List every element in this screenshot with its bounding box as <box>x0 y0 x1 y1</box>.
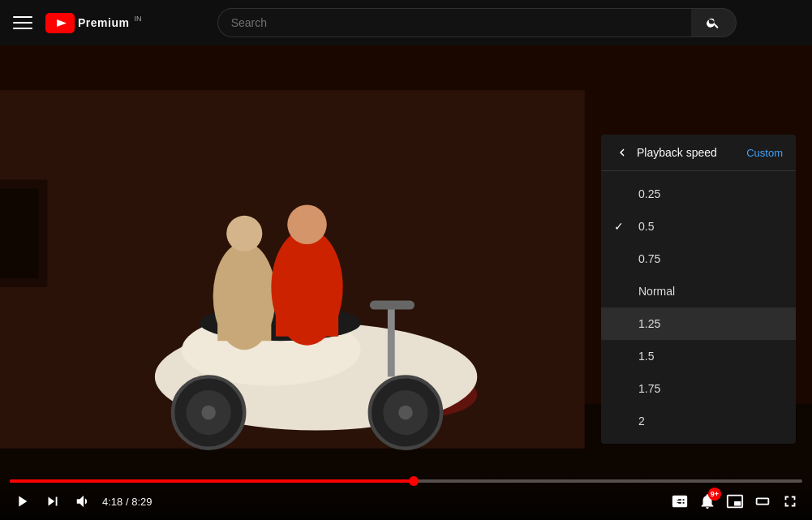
theater-icon <box>754 492 771 510</box>
progress-dot <box>409 476 419 486</box>
speed-item-15[interactable]: 1.5 <box>601 340 796 372</box>
video-container[interactable]: Playback speed Custom 0.25✓0.50.75Normal… <box>0 45 812 520</box>
total-time: 8:29 <box>131 496 152 508</box>
search-container <box>217 8 737 37</box>
progress-filled <box>10 479 414 483</box>
speed-item-125[interactable]: 1.25 <box>601 307 796 340</box>
notifications-wrapper: 9+ <box>695 489 720 514</box>
svg-rect-6 <box>0 189 38 278</box>
speed-item-025[interactable]: 0.25 <box>601 178 796 210</box>
back-arrow-icon <box>615 145 629 160</box>
speed-item-075[interactable]: 0.75 <box>601 243 796 275</box>
right-controls: 9+ <box>668 489 802 514</box>
logo-area[interactable]: Premium IN <box>45 13 141 33</box>
volume-icon <box>75 492 92 510</box>
playback-speed-panel: Playback speed Custom 0.25✓0.50.75Normal… <box>601 135 796 444</box>
progress-bar[interactable] <box>10 479 802 483</box>
premium-label: Premium <box>78 16 129 29</box>
svg-rect-24 <box>388 305 395 376</box>
volume-button[interactable] <box>71 489 96 514</box>
time-display: 4:18 / 8:29 <box>102 496 152 508</box>
speed-item-2[interactable]: 2 <box>601 405 796 437</box>
speed-list: 0.25✓0.50.75Normal1.251.51.752 <box>601 171 796 444</box>
next-button[interactable] <box>41 489 65 514</box>
miniplayer-icon <box>726 492 744 510</box>
speed-label: 2 <box>638 415 645 428</box>
svg-rect-20 <box>217 269 271 341</box>
controls-row: 4:18 / 8:29 9+ <box>10 489 802 514</box>
speed-label: 0.75 <box>638 252 660 265</box>
speed-label: 0.5 <box>638 220 654 233</box>
subtitles-icon <box>671 492 689 510</box>
play-icon <box>13 492 31 510</box>
speed-item-175[interactable]: 1.75 <box>601 372 796 405</box>
fullscreen-button[interactable] <box>778 489 802 514</box>
panel-header: Playback speed Custom <box>601 135 796 171</box>
speed-label: Normal <box>638 285 675 298</box>
check-icon: ✓ <box>614 220 629 233</box>
custom-link[interactable]: Custom <box>746 147 783 159</box>
svg-point-13 <box>201 406 216 420</box>
svg-point-16 <box>398 406 413 420</box>
fullscreen-icon <box>781 492 799 510</box>
speed-item-normal[interactable]: Normal <box>601 275 796 307</box>
speed-label: 1.75 <box>638 382 660 395</box>
svg-point-22 <box>287 204 327 244</box>
svg-rect-23 <box>276 260 338 337</box>
current-time: 4:18 <box>102 496 122 508</box>
panel-title: Playback speed <box>637 146 740 159</box>
top-nav: Premium IN <box>0 0 812 45</box>
hamburger-menu[interactable] <box>13 13 32 32</box>
search-input[interactable] <box>217 8 691 37</box>
time-sep: / <box>122 496 131 508</box>
play-button[interactable] <box>10 489 34 514</box>
back-button[interactable] <box>614 144 630 161</box>
video-controls: 4:18 / 8:29 9+ <box>0 473 812 520</box>
subtitles-button[interactable] <box>668 489 692 514</box>
notification-badge: 9+ <box>708 488 721 501</box>
youtube-logo-icon <box>45 13 75 33</box>
speed-label: 1.5 <box>638 350 654 363</box>
miniplayer-button[interactable] <box>723 489 747 514</box>
svg-point-19 <box>226 216 262 251</box>
locale-badge: IN <box>134 15 141 23</box>
speed-label: 0.25 <box>638 187 660 200</box>
speed-item-05[interactable]: ✓0.5 <box>601 210 796 243</box>
speed-label: 1.25 <box>638 317 660 330</box>
svg-rect-25 <box>370 301 415 310</box>
theater-button[interactable] <box>750 489 775 514</box>
search-button[interactable] <box>691 8 737 37</box>
search-icon <box>706 15 720 30</box>
next-icon <box>44 492 62 510</box>
